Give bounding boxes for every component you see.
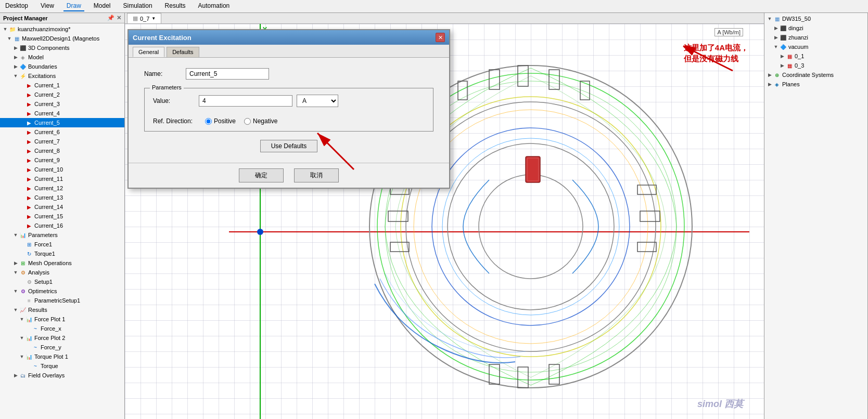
dialog-tab-defaults[interactable]: Defaults [167, 47, 199, 57]
tree-forceplot2[interactable]: ▼ 📊 Force Plot 2 [0, 333, 124, 343]
expand-vacuum[interactable]: ▼ [773, 44, 779, 49]
tree-fieldoverlays[interactable]: ▶ 🗂 Field Overlays [0, 371, 124, 380]
pin-icon[interactable]: 📌 [107, 15, 114, 21]
radio-negative-input[interactable] [244, 118, 251, 125]
tree-setup1[interactable]: ⚙ Setup1 [0, 277, 124, 286]
tab-dropdown-icon[interactable]: ▼ [151, 16, 156, 21]
tree-current5[interactable]: ▶ Current_5 [0, 118, 124, 127]
cancel-button[interactable]: 取消 [294, 168, 339, 182]
expand-model[interactable]: ▶ [12, 55, 19, 60]
value-input[interactable] [199, 95, 292, 107]
use-defaults-button[interactable]: Use Defaults [260, 140, 318, 152]
tree-o3[interactable]: ▶ ▦ 0_3 [764, 61, 867, 70]
tree-current10[interactable]: ▶ Current_10 [0, 165, 124, 174]
tree-forcey[interactable]: ~ Force_y [0, 343, 124, 352]
tree-parameters[interactable]: ▼ 📊 Parameters [0, 230, 124, 240]
dialog-tab-general[interactable]: General [133, 47, 164, 57]
expand-coordsys[interactable]: ▶ [767, 72, 773, 77]
confirm-button[interactable]: 确定 [239, 168, 284, 182]
tree-torque1[interactable]: ↻ Torque1 [0, 249, 124, 258]
tree-current12[interactable]: ▶ Current_12 [0, 184, 124, 193]
expand-boundaries[interactable]: ▶ [12, 64, 19, 69]
tree-current3[interactable]: ▶ Current_3 [0, 99, 124, 109]
tree-current8[interactable]: ▶ Current_8 [0, 146, 124, 155]
radio-positive-input[interactable] [205, 118, 212, 125]
expand-3dcomp[interactable]: ▶ [12, 45, 19, 50]
expand-forceplot1[interactable]: ▼ [19, 317, 25, 322]
menu-results[interactable]: Results [162, 1, 189, 11]
tree-analysis[interactable]: ▼ ⚙ Analysis [0, 268, 124, 277]
tree-vacuum[interactable]: ▼ 🔷 vacuum [764, 42, 867, 51]
name-input[interactable] [186, 68, 269, 80]
tree-maxwell2d[interactable]: ▼ ▦ Maxwell2DDesign1 (Magnetos [0, 34, 124, 43]
tree-current14[interactable]: ▶ Current_14 [0, 202, 124, 212]
tree-torque-val[interactable]: ~ Torque [0, 361, 124, 371]
planes-icon: ◈ [773, 80, 781, 88]
tree-force1[interactable]: ⊞ Force1 [0, 240, 124, 249]
tree-coordsys[interactable]: ▶ ⊕ Coordinate Systems [764, 70, 867, 80]
menu-desktop[interactable]: Desktop [2, 1, 31, 11]
axis-label: A [Wb/m] [714, 28, 743, 36]
tree-current9[interactable]: ▶ Current_9 [0, 155, 124, 165]
expand-excitations[interactable]: ▼ [12, 73, 19, 78]
radio-negative[interactable]: Negative [244, 117, 277, 125]
tree-current16[interactable]: ▶ Current_16 [0, 221, 124, 230]
tree-current6[interactable]: ▶ Current_6 [0, 127, 124, 137]
tree-current13[interactable]: ▶ Current_13 [0, 193, 124, 202]
tree-current4[interactable]: ▶ Current_4 [0, 109, 124, 118]
menu-simulation[interactable]: Simulation [120, 1, 156, 11]
expand-meshops[interactable]: ▶ [12, 260, 19, 266]
expand-dw315[interactable]: ▼ [767, 16, 773, 21]
expand-zhuanzi[interactable]: ▶ [773, 35, 779, 40]
expand-planes[interactable]: ▶ [767, 82, 773, 87]
dialog-close-button[interactable]: ✕ [436, 33, 445, 42]
tree-current11[interactable]: ▶ Current_11 [0, 174, 124, 184]
tree-current2[interactable]: ▶ Current_2 [0, 90, 124, 99]
tree-current7[interactable]: ▶ Current_7 [0, 137, 124, 146]
expand-dingzi[interactable]: ▶ [773, 25, 779, 31]
expand-maxwell[interactable]: ▼ [6, 36, 12, 41]
tree-optimetrics[interactable]: ▼ ⚙ Optimetrics [0, 286, 124, 296]
tree-forceplot1[interactable]: ▼ 📊 Force Plot 1 [0, 315, 124, 324]
tree-excitations[interactable]: ▼ ⚡ Excitations [0, 71, 124, 81]
expand-o3[interactable]: ▶ [779, 63, 785, 68]
tree-root[interactable]: ▼ 📁 kuanzhuanzimoxing* [0, 24, 124, 34]
tree-dingzi[interactable]: ▶ ⬛ dingzi [764, 23, 867, 33]
expand-parameters[interactable]: ▼ [12, 232, 19, 238]
tree-planes[interactable]: ▶ ◈ Planes [764, 80, 867, 89]
maxwell-label: Maxwell2DDesign1 (Magnetos [22, 35, 99, 42]
tree-results[interactable]: ▼ 📈 Results [0, 305, 124, 315]
tree-paramsetup1[interactable]: ≡ ParametricSetup1 [0, 296, 124, 305]
tree-o1[interactable]: ▶ ▦ 0_1 [764, 51, 867, 61]
expand-root[interactable]: ▼ [2, 27, 8, 32]
tree-torqueplot1[interactable]: ▼ 📊 Torque Plot 1 [0, 352, 124, 361]
tree-meshops[interactable]: ▶ ⊞ Mesh Operations [0, 258, 124, 268]
forcex-label: Force_x [41, 325, 61, 332]
tree-zhuanzi[interactable]: ▶ ⬛ zhuanzi [764, 33, 867, 42]
tree-current1[interactable]: ▶ Current_1 [0, 81, 124, 90]
radio-positive[interactable]: Positive [205, 117, 236, 125]
menu-automation[interactable]: Automation [195, 1, 233, 11]
expand-analysis[interactable]: ▼ [12, 270, 19, 275]
close-panel-icon[interactable]: ✕ [117, 15, 121, 21]
menu-draw[interactable]: Draw [63, 1, 84, 11]
tab-07[interactable]: ▦ 0_7 ▼ [127, 13, 161, 23]
current11-label: Current_11 [34, 176, 63, 182]
expand-results[interactable]: ▼ [12, 307, 19, 312]
expand-fieldoverlays[interactable]: ▶ [12, 373, 19, 378]
tree-3dcomp[interactable]: ▶ ⬛ 3D Components [0, 43, 124, 53]
tree-current15[interactable]: ▶ Current_15 [0, 212, 124, 221]
expand-forceplot2[interactable]: ▼ [19, 335, 25, 341]
tree-dw315[interactable]: ▼ ▦ DW315_50 [764, 14, 867, 23]
expand-o1[interactable]: ▶ [779, 54, 785, 59]
menu-model[interactable]: Model [91, 1, 114, 11]
tree-model[interactable]: ▶ ◈ Model [0, 53, 124, 62]
expand-optimetrics[interactable]: ▼ [12, 289, 19, 294]
menu-view[interactable]: View [37, 1, 57, 11]
tree-forcex[interactable]: ~ Force_x [0, 324, 124, 333]
unit-select[interactable]: A mA kA [297, 95, 338, 107]
dialog-titlebar: Current Excitation ✕ [129, 30, 449, 45]
expand-torqueplot1[interactable]: ▼ [19, 354, 25, 359]
params-group-label: Parameters [150, 84, 184, 90]
tree-boundaries[interactable]: ▶ 🔷 Boundaries [0, 62, 124, 71]
